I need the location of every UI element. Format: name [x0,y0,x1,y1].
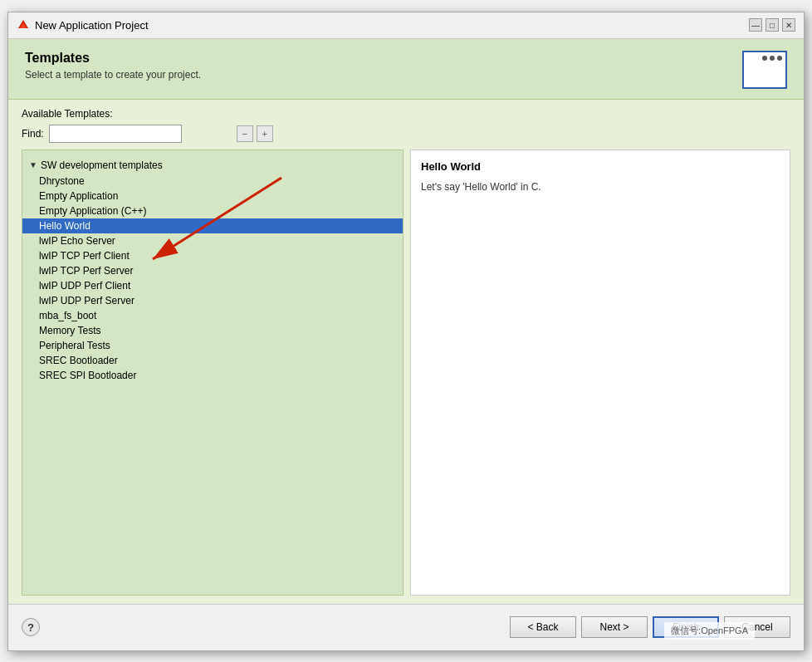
description-panel: Hello World Let's say 'Hello World' in C… [410,150,790,596]
dialog-window: New Application Project — □ ✕ Templates … [7,12,805,651]
find-row: Find: − + [22,125,790,143]
icon-dot-1 [762,56,767,61]
back-button[interactable]: < Back [510,616,576,638]
description-text: Let's say 'Hello World' in C. [421,179,780,194]
list-item[interactable]: Peripheral Tests [22,338,403,353]
available-label: Available Templates: [22,108,790,120]
list-item[interactable]: mba_fs_boot [22,308,403,323]
list-item[interactable]: Memory Tests [22,323,403,338]
find-label: Find: [22,128,44,140]
list-item[interactable]: Empty Application (C++) [22,204,403,218]
header-section: Templates Select a template to create yo… [8,39,804,100]
list-item[interactable]: lwIP UDP Perf Server [22,293,403,308]
description-title: Hello World [421,160,780,173]
title-bar: New Application Project — □ ✕ [8,12,804,39]
title-bar-left: New Application Project [17,18,149,32]
header-text-block: Templates Select a template to create yo… [25,51,201,81]
list-item[interactable]: lwIP UDP Perf Client [22,278,403,293]
template-tree: ▼ SW development templates Dhrystone Emp… [22,154,403,386]
expand-arrow-icon: ▼ [29,160,37,169]
help-button[interactable]: ? [22,618,40,636]
list-item[interactable]: Dhrystone [22,174,403,189]
next-button[interactable]: Next > [581,616,648,638]
watermark: 微信号:OpenFPGA [664,622,755,640]
list-item[interactable]: SREC SPI Bootloader [22,368,403,383]
maximize-button[interactable]: □ [766,18,779,32]
header-icon-box [742,51,787,89]
tree-root-item[interactable]: ▼ SW development templates [22,157,403,174]
collapse-all-button[interactable]: − [237,125,253,142]
icon-dot-2 [770,56,775,61]
header-icon-dots [762,56,782,61]
content-area: Available Templates: Find: − + ▼ SW deve… [8,100,804,604]
icon-dot-3 [777,56,782,61]
list-item[interactable]: lwIP TCP Perf Client [22,248,403,263]
main-panels: ▼ SW development templates Dhrystone Emp… [22,150,790,596]
minimize-button[interactable]: — [749,18,762,32]
list-item[interactable]: SREC Bootloader [22,353,403,368]
tree-root-label: SW development templates [41,159,163,171]
close-button[interactable]: ✕ [782,18,795,32]
header-subtitle: Select a template to create your project… [25,69,201,81]
list-item[interactable]: lwIP Echo Server [22,233,403,248]
find-icons: − + [237,125,273,142]
find-input[interactable] [49,125,182,143]
expand-all-button[interactable]: + [257,125,273,142]
list-item[interactable]: lwIP TCP Perf Server [22,263,403,278]
template-tree-panel[interactable]: ▼ SW development templates Dhrystone Emp… [22,150,404,596]
title-bar-controls: — □ ✕ [749,18,795,32]
header-title: Templates [25,51,201,66]
app-icon [17,18,30,32]
list-item-hello-world[interactable]: Hello World [22,218,403,233]
title-bar-title: New Application Project [35,19,149,32]
list-item[interactable]: Empty Application [22,189,403,204]
